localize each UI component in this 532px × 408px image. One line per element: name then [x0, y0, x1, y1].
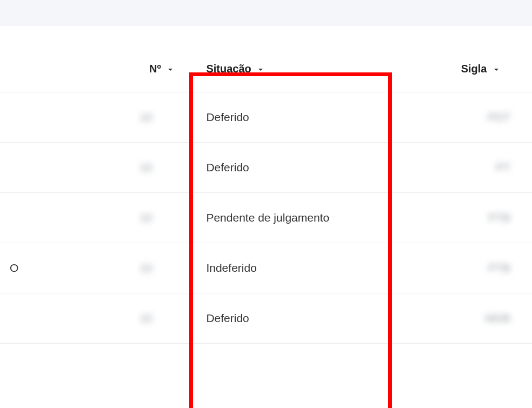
column-header-sigla[interactable]: Sigla — [407, 46, 532, 92]
cell-numero: 10 — [139, 211, 152, 224]
cell-situacao: Pendente de julgamento — [206, 211, 329, 224]
sort-icon — [257, 63, 264, 76]
cell-sigla: PT — [496, 161, 510, 174]
cell-situacao: Deferido — [206, 161, 249, 173]
header-sigla-label: Sigla — [461, 63, 487, 75]
table-row: 10 Deferido PT — [0, 143, 532, 193]
column-header-numero[interactable]: Nº — [109, 46, 190, 92]
table-card: Nº Situação Sigla — [0, 26, 532, 408]
column-header-blank[interactable] — [0, 46, 109, 92]
cell-situacao: Indeferido — [206, 262, 256, 274]
cell-numero: 10 — [139, 111, 152, 124]
table-row: 10 Deferido PDT — [0, 92, 532, 143]
table-row: 10 Pendente de julgamento PTB — [0, 193, 532, 243]
cell-sigla: PDT — [488, 111, 510, 124]
cell-numero: 10 — [139, 312, 152, 325]
column-header-situacao[interactable]: Situação — [190, 46, 407, 92]
cell-prefix: O — [10, 262, 18, 274]
cell-situacao: Deferido — [206, 312, 249, 324]
table-body: 10 Deferido PDT 10 Deferido PT 10 Penden… — [0, 92, 532, 344]
sort-icon — [167, 63, 174, 76]
data-table: Nº Situação Sigla — [0, 46, 532, 344]
sort-icon — [493, 63, 500, 76]
header-situacao-label: Situação — [206, 63, 251, 75]
cell-numero: 10 — [139, 262, 152, 275]
cell-sigla: PTB — [488, 262, 510, 275]
table-row: O 10 Indeferido PTB — [0, 243, 532, 293]
header-numero-label: Nº — [149, 63, 161, 75]
cell-sigla: MDB — [485, 312, 510, 325]
table-row: 10 Deferido MDB — [0, 293, 532, 344]
cell-sigla: PTB — [488, 211, 510, 224]
cell-situacao: Deferido — [206, 111, 249, 123]
cell-numero: 10 — [139, 161, 152, 174]
